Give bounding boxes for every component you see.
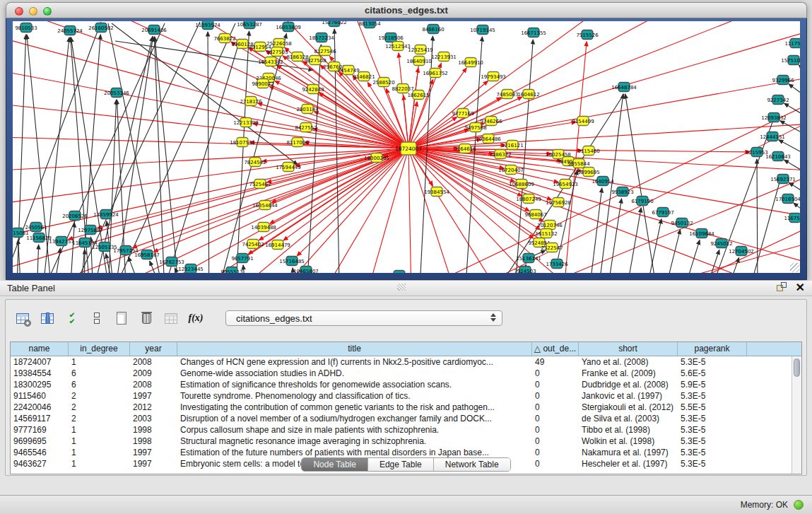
- graph-node[interactable]: 12093832: [761, 113, 787, 122]
- cell-year[interactable]: 2012: [130, 402, 177, 413]
- cell-out_degree[interactable]: 0: [532, 368, 579, 379]
- cell-name[interactable]: 18724007: [11, 356, 69, 368]
- graph-node[interactable]: 18572234: [309, 33, 334, 42]
- table-row[interactable]: 1830029562008Estimation of significance …: [11, 379, 801, 390]
- cell-name[interactable]: 18300295: [11, 379, 69, 390]
- graph-node[interactable]: 15692371: [770, 175, 796, 184]
- graph-node[interactable]: 16671355: [521, 28, 546, 37]
- table-row[interactable]: 977716911998Corpus callosum shape and si…: [11, 424, 801, 436]
- graph-node[interactable]: 9154499: [572, 117, 594, 126]
- cell-year[interactable]: 1997: [130, 447, 177, 458]
- table-row[interactable]: 969969511998Structural magnetic resonanc…: [11, 436, 801, 447]
- cell-year[interactable]: 2008: [130, 379, 177, 390]
- tab-edge-table[interactable]: Edge Table: [368, 458, 434, 471]
- graph-node[interactable]: 9329966: [772, 76, 794, 85]
- cell-in_degree[interactable]: 1: [69, 436, 130, 447]
- graph-node[interactable]: 10653287: [237, 21, 262, 29]
- cell-title[interactable]: Genome-wide association studies in ADHD.: [177, 368, 532, 379]
- table-row[interactable]: 911546021997Tourette syndrome. Phenomeno…: [11, 390, 801, 402]
- graph-node[interactable]: 1126246: [388, 271, 411, 274]
- cell-pagerank[interactable]: 5.3E-5: [678, 424, 747, 436]
- graph-node[interactable]: 10465807: [293, 267, 319, 274]
- memory-indicator-icon[interactable]: [794, 500, 804, 510]
- graph-node[interactable]: 9938923: [611, 187, 633, 197]
- cell-title[interactable]: Estimation of the future numbers of pati…: [177, 447, 532, 458]
- table-select[interactable]: citations_edges.txt: [225, 310, 502, 326]
- graph-node[interactable]: 16720407: [498, 165, 524, 175]
- column-header-pagerank[interactable]: pagerank: [678, 342, 747, 356]
- scrollbar-thumb[interactable]: [794, 358, 800, 377]
- cell-out_degree[interactable]: 0: [532, 447, 579, 458]
- cell-out_degree[interactable]: 0: [532, 413, 579, 424]
- cell-name[interactable]: 9465546: [11, 447, 69, 458]
- cell-pagerank[interactable]: 5.3E-5: [678, 447, 747, 458]
- vertical-scrollbar[interactable]: [792, 356, 801, 474]
- cell-in_degree[interactable]: 6: [69, 379, 130, 390]
- cell-short[interactable]: Yano et al. (2008): [579, 356, 678, 368]
- tab-node-table[interactable]: Node Table: [302, 458, 368, 471]
- cell-title[interactable]: Structural magnetic resonance image aver…: [177, 436, 532, 447]
- window-titlebar[interactable]: citations_edges.txt: [6, 2, 807, 18]
- graph-node[interactable]: 18107534: [230, 138, 255, 147]
- cell-short[interactable]: Stergiakouli et al. (2012): [579, 402, 678, 413]
- cell-out_degree[interactable]: 0: [532, 402, 579, 413]
- column-header-in_degree[interactable]: in_degree: [69, 342, 130, 356]
- cell-out_degree[interactable]: 0: [532, 436, 579, 447]
- graph-node[interactable]: 11093574: [195, 21, 220, 30]
- cell-year[interactable]: 2008: [130, 356, 177, 368]
- graph-node[interactable]: 8813054: [358, 21, 381, 28]
- cell-pagerank[interactable]: 5.5E-5: [678, 402, 747, 413]
- panel-divider-grip[interactable]: [397, 284, 406, 291]
- graph-node[interactable]: 9242848: [302, 85, 324, 94]
- table-row[interactable]: 1456911722003Disruption of a novel membe…: [11, 413, 801, 424]
- graph-node[interactable]: 16961752: [423, 69, 448, 78]
- cell-pagerank[interactable]: 5.3E-5: [678, 413, 747, 424]
- cell-year[interactable]: 2009: [130, 368, 177, 379]
- cell-pagerank[interactable]: 5.6E-5: [678, 368, 747, 379]
- cell-title[interactable]: Disruption of a novel member of a sodium…: [177, 413, 532, 424]
- table-disabled-icon[interactable]: [164, 311, 178, 325]
- graph-node[interactable]: 9227342: [767, 95, 789, 105]
- graph-node[interactable]: 15751074: [781, 56, 800, 65]
- graph-node[interactable]: 19218506: [378, 33, 404, 42]
- cell-year[interactable]: 1998: [130, 436, 177, 447]
- cell-out_degree[interactable]: 0: [532, 390, 579, 402]
- graph-node[interactable]: 9115460: [577, 146, 599, 156]
- column-header-title[interactable]: title: [177, 342, 532, 356]
- graph-node[interactable]: 16053809: [276, 23, 301, 32]
- cell-name[interactable]: 9115460: [11, 390, 69, 402]
- cell-title[interactable]: Corpus callosum shape and size in male p…: [177, 424, 532, 436]
- graph-node[interactable]: 15276022: [322, 21, 347, 27]
- cell-name[interactable]: 22420046: [11, 402, 69, 413]
- graph-node[interactable]: 7824542: [244, 158, 266, 167]
- cell-name[interactable]: 19384554: [11, 368, 69, 379]
- cell-short[interactable]: de Silva et al. (2003): [579, 413, 678, 424]
- cell-year[interactable]: 1998: [130, 424, 177, 436]
- cell-title[interactable]: Estimation of significance thresholds fo…: [177, 379, 532, 390]
- graph-node[interactable]: 20053346: [104, 88, 129, 98]
- cell-short[interactable]: Tibbo et al. (1998): [579, 424, 678, 436]
- select-rows-icon[interactable]: ✔✔: [65, 311, 79, 325]
- table-row[interactable]: 1938455462009Genome-wide association stu…: [11, 368, 801, 379]
- graph-node[interactable]: 16649910: [458, 58, 483, 67]
- cell-in_degree[interactable]: 2: [69, 402, 130, 413]
- graph-node[interactable]: 16210643: [765, 152, 791, 161]
- graph-node[interactable]: 2718176: [240, 97, 262, 106]
- graph-node[interactable]: 12325419: [408, 45, 433, 54]
- cell-out_degree[interactable]: 0: [532, 379, 579, 390]
- cell-in_degree[interactable]: 1: [69, 424, 130, 436]
- graph-node[interactable]: 9899695: [577, 168, 599, 177]
- cell-name[interactable]: 14569117: [11, 413, 69, 424]
- graph-node[interactable]: 12444151: [760, 132, 785, 141]
- cell-short[interactable]: Nakamura et al. (1997): [579, 447, 678, 458]
- column-header-out_degree[interactable]: △ out_de...: [532, 342, 579, 356]
- cell-in_degree[interactable]: 2: [69, 413, 130, 424]
- graph-node[interactable]: 9684067: [524, 210, 546, 219]
- graph-node[interactable]: 7515526: [576, 30, 599, 40]
- graph-node[interactable]: 7525462: [249, 180, 271, 189]
- graph-node[interactable]: 17016504: [775, 194, 800, 204]
- graph-node[interactable]: 1733426: [546, 259, 568, 269]
- graph-node[interactable]: 9810533: [15, 23, 37, 33]
- graph-node[interactable]: 10688609: [509, 180, 534, 189]
- cell-year[interactable]: 1997: [130, 390, 177, 402]
